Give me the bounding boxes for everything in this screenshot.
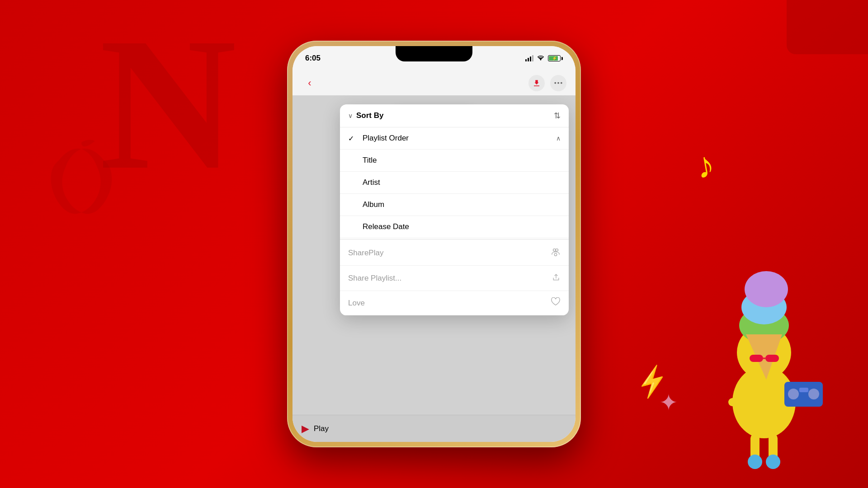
signal-icon: [525, 55, 533, 61]
sort-header[interactable]: ∨ Sort By ⇅: [340, 104, 569, 127]
svg-point-23: [556, 249, 558, 252]
love-label: Love: [348, 299, 365, 308]
svg-point-22: [553, 249, 556, 252]
svg-point-20: [557, 82, 559, 84]
sort-option-label: Playlist Order: [363, 134, 409, 143]
svg-point-12: [766, 455, 780, 469]
context-item-love[interactable]: Love: [340, 291, 569, 315]
more-button[interactable]: [550, 75, 566, 91]
sort-option-label: Title: [363, 156, 377, 165]
share-icon: [552, 272, 561, 284]
svg-point-15: [788, 389, 799, 399]
sort-by-label: Sort By: [356, 111, 383, 120]
sort-option-label: Album: [363, 200, 384, 209]
shareplay-icon: [551, 247, 561, 259]
svg-point-21: [561, 82, 562, 84]
expand-icon: ∧: [556, 135, 561, 142]
icecream-character: [696, 249, 832, 474]
svg-rect-17: [799, 388, 808, 392]
wifi-icon: [537, 55, 544, 62]
svg-rect-6: [750, 355, 763, 362]
sort-option-artist[interactable]: Artist: [340, 172, 569, 194]
chevron-down-icon: ∨: [348, 112, 353, 119]
navigation-bar: ‹: [292, 70, 576, 95]
status-time: 6:05: [305, 54, 321, 63]
content-area: Heard It In A Apple Music ▶ Play ∨: [292, 95, 576, 442]
sort-option-label: Release Date: [363, 222, 409, 231]
svg-rect-7: [765, 355, 779, 362]
download-button[interactable]: [528, 75, 545, 91]
context-item-shareplay[interactable]: SharePlay: [340, 240, 569, 266]
shareplay-label: SharePlay: [348, 249, 383, 258]
phone-frame: 6:05: [287, 41, 581, 447]
svg-point-4: [745, 271, 788, 307]
heart-icon: [551, 297, 561, 309]
sort-option-playlist-order[interactable]: ✓ Playlist Order ∧: [340, 127, 569, 150]
context-item-share-playlist[interactable]: Share Playlist...: [340, 266, 569, 291]
phone-notch: [396, 46, 472, 61]
phone-device: 6:05: [287, 41, 581, 447]
deco-rectangle: [787, 0, 868, 54]
sort-option-album[interactable]: Album: [340, 194, 569, 216]
dropdown-overlay[interactable]: ∨ Sort By ⇅ ✓ Playlist Order ∧: [292, 95, 576, 442]
svg-point-19: [554, 82, 556, 84]
nav-actions: [528, 75, 566, 91]
divider: [340, 239, 569, 239]
share-playlist-label: Share Playlist...: [348, 274, 401, 283]
sort-option-label: Artist: [363, 178, 380, 187]
sort-option-release-date[interactable]: Release Date: [340, 216, 569, 238]
battery-icon: ⚡: [548, 55, 563, 61]
back-button[interactable]: ‹: [302, 75, 318, 91]
status-icons: ⚡: [525, 55, 563, 62]
sort-header-left: ∨ Sort By: [348, 111, 383, 120]
svg-point-18: [540, 59, 541, 60]
svg-point-11: [748, 455, 762, 469]
sort-direction-icon[interactable]: ⇅: [554, 111, 561, 121]
svg-point-24: [554, 253, 557, 256]
svg-point-16: [808, 389, 819, 399]
sort-dropdown: ∨ Sort By ⇅ ✓ Playlist Order ∧: [340, 104, 569, 315]
checkmark-icon: ✓: [348, 134, 357, 143]
apple-logo-watermark: [36, 136, 127, 244]
sort-option-title[interactable]: Title: [340, 150, 569, 172]
phone-screen: 6:05: [292, 46, 576, 442]
